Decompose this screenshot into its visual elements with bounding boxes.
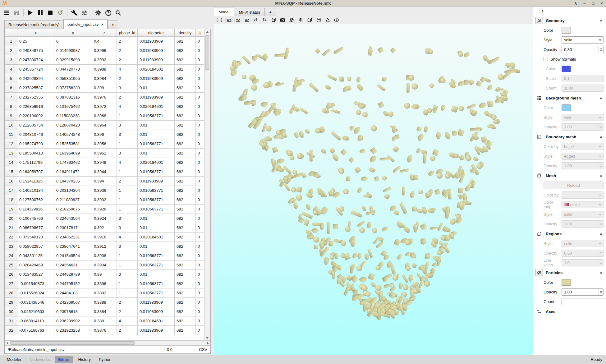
cell[interactable]: 0.194370235: [54, 176, 92, 186]
cell[interactable]: 682: [175, 297, 196, 307]
scrollbar-thumb[interactable]: [10, 341, 135, 345]
cell[interactable]: 0.226856916: [17, 102, 54, 111]
close-tab-icon[interactable]: ×: [101, 22, 103, 27]
cell[interactable]: 3: [117, 83, 138, 92]
run-button[interactable]: [26, 8, 35, 17]
cell[interactable]: 0.164059707: [17, 167, 54, 176]
cell[interactable]: 0.020184601: [138, 316, 175, 325]
cell[interactable]: 0.010563771: [138, 260, 175, 270]
cell[interactable]: 682: [175, 130, 196, 139]
maximize-window-button[interactable]: □: [592, 0, 595, 7]
cell[interactable]: 0.152411325: [17, 176, 54, 186]
cell[interactable]: 0: [196, 148, 204, 158]
cell[interactable]: 0.163964099: [54, 148, 92, 158]
cell[interactable]: 682: [175, 139, 196, 148]
column-header-phase_id[interactable]: phase_id: [117, 29, 138, 36]
settings-button[interactable]: [94, 8, 103, 17]
cell[interactable]: 0.01: [138, 270, 175, 279]
cell[interactable]: 0.087881315: [54, 92, 92, 102]
cell[interactable]: 0.020184601: [138, 232, 175, 242]
cell[interactable]: 682: [175, 120, 196, 130]
view-xy-button[interactable]: XY: [225, 17, 232, 23]
cell[interactable]: 0.3924: [92, 214, 117, 223]
help-button[interactable]: ?: [103, 8, 113, 17]
cell[interactable]: 0.029915898: [54, 55, 92, 64]
cell[interactable]: 0.4: [92, 36, 117, 46]
cell[interactable]: 0: [196, 242, 204, 251]
toggle-geometry-button[interactable]: [288, 17, 295, 23]
cell[interactable]: 0.059351955: [54, 74, 92, 83]
row-number-cell[interactable]: 22: [5, 232, 17, 242]
cell[interactable]: 0.101675462: [54, 102, 92, 111]
cell[interactable]: -0.001540673: [17, 279, 54, 288]
cell[interactable]: 0.25: [17, 36, 54, 46]
perspective-button[interactable]: [270, 17, 277, 23]
view-yz-button[interactable]: YZ: [234, 17, 241, 23]
row-number-cell[interactable]: 28: [5, 288, 17, 297]
cell[interactable]: 0.140210134: [17, 186, 54, 195]
cell[interactable]: 682: [175, 148, 196, 158]
column-header-diameter[interactable]: diameter: [138, 29, 175, 36]
cell[interactable]: 3: [117, 148, 138, 158]
cell[interactable]: 0.086798677: [17, 223, 54, 232]
cell[interactable]: 3: [117, 120, 138, 130]
row-number-cell[interactable]: 4: [5, 64, 17, 74]
cell[interactable]: 0.020184601: [138, 102, 175, 111]
cell[interactable]: 0.043301125: [17, 251, 54, 260]
row-number-cell[interactable]: 30: [5, 307, 17, 316]
row-number-cell[interactable]: 25: [5, 260, 17, 270]
cell[interactable]: 682: [175, 279, 196, 288]
cell[interactable]: 4: [117, 158, 138, 167]
cell[interactable]: 0.249349775: [17, 46, 54, 55]
cell[interactable]: 0.3916: [92, 232, 117, 242]
cell[interactable]: 0.232762356: [17, 92, 54, 102]
cell[interactable]: 0: [196, 64, 204, 74]
collapse-section-icon[interactable]: [600, 97, 602, 99]
cell[interactable]: 0.010563771: [138, 111, 175, 120]
cell[interactable]: 0.244629789: [54, 270, 92, 279]
cell[interactable]: 0.3944: [92, 167, 117, 176]
cell[interactable]: 0.011983909: [138, 74, 175, 83]
cell[interactable]: -0.060814113: [17, 316, 54, 325]
cell[interactable]: 0.3888: [92, 297, 117, 307]
cell[interactable]: 3: [117, 223, 138, 232]
cell[interactable]: 0.01: [138, 120, 175, 130]
cell[interactable]: 682: [175, 316, 196, 325]
3d-viewport[interactable]: [214, 24, 533, 355]
mode-button-editor[interactable]: Editor: [55, 356, 73, 363]
cell[interactable]: 0.398: [92, 83, 117, 92]
particles-count-input[interactable]: [562, 298, 606, 305]
cell[interactable]: 0.010563771: [138, 279, 175, 288]
cell[interactable]: 0.3992: [92, 55, 117, 64]
toggle-origin-button[interactable]: ⊕: [297, 17, 304, 23]
rotate-left-button[interactable]: ↺: [252, 17, 259, 23]
cell[interactable]: 2: [117, 325, 138, 335]
column-header-U[interactable]: U: [196, 29, 204, 36]
cell[interactable]: 0: [196, 297, 204, 307]
scrollbar-thumb[interactable]: [205, 35, 209, 70]
new-view-tab-button[interactable]: +: [265, 8, 276, 16]
cell[interactable]: 0: [196, 223, 204, 232]
scroll-left-icon[interactable]: [5, 341, 10, 345]
column-header-y[interactable]: y: [54, 29, 92, 36]
cell[interactable]: 0.010563771: [138, 167, 175, 176]
cell[interactable]: 0.244795152: [54, 279, 92, 288]
cell[interactable]: 0.218269675: [54, 204, 92, 214]
cell[interactable]: 0: [196, 204, 204, 214]
cell[interactable]: 682: [175, 102, 196, 111]
cell[interactable]: 0.24404103: [54, 288, 92, 297]
cell[interactable]: 1: [117, 195, 138, 204]
cell[interactable]: 0: [196, 232, 204, 242]
title-bar[interactable]: M MFiX-SQP - ReleaseNote.mfx ∧ − □ ×: [0, 0, 606, 7]
cell[interactable]: 0.175112799: [17, 158, 54, 167]
filter-box-button[interactable]: [306, 17, 313, 23]
cell[interactable]: 2: [117, 92, 138, 102]
cell[interactable]: 0.396: [92, 130, 117, 139]
cell[interactable]: 0.241549524: [54, 251, 92, 260]
cell[interactable]: 0: [196, 214, 204, 223]
cell[interactable]: 1: [117, 111, 138, 120]
horizontal-scrollbar[interactable]: [5, 340, 210, 345]
mode-button-history[interactable]: History: [75, 356, 94, 363]
cell[interactable]: 1: [117, 279, 138, 288]
cell[interactable]: 0.184911472: [54, 167, 92, 176]
